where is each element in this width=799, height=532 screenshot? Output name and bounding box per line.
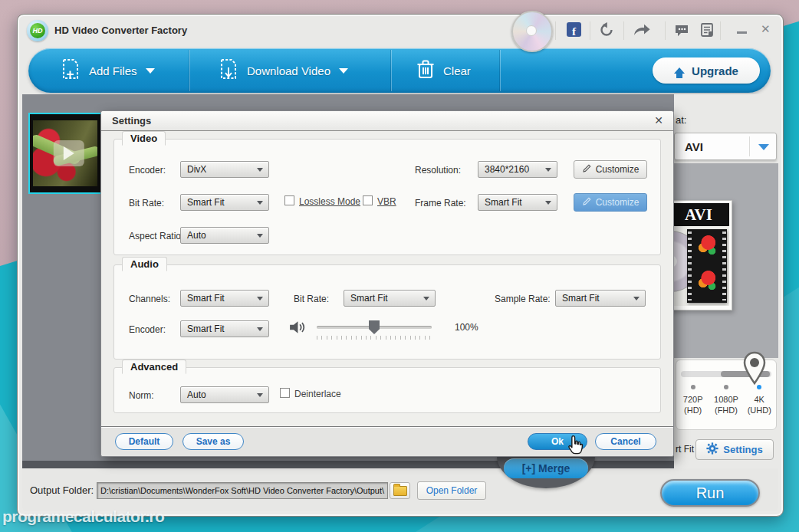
title-bar: HD HD Video Converter Factory f (18, 15, 783, 47)
avi-card-title: AVI (668, 203, 729, 226)
output-settings-button[interactable]: Settings (695, 439, 774, 460)
filmstrip-frame-balloons (693, 268, 721, 300)
audio-samplerate-select[interactable]: Smart Fit (555, 290, 646, 307)
vbr-checkbox[interactable] (363, 195, 373, 205)
audio-encoder-select[interactable]: Smart Fit (180, 320, 269, 337)
video-framerate-select[interactable]: Smart Fit (478, 194, 557, 211)
resolution-option-1080p[interactable]: 1080P (FHD) (709, 385, 742, 415)
video-encoder-select[interactable]: DivX (180, 161, 269, 178)
volume-slider-handle[interactable] (369, 320, 380, 334)
open-folder-button[interactable]: Open Folder (417, 481, 486, 500)
resolution-pin-marker[interactable] (742, 351, 767, 386)
browse-folder-button[interactable] (390, 482, 410, 499)
cd-disc-icon (511, 11, 553, 52)
download-video-button[interactable]: Download Video (219, 48, 348, 93)
cancel-label: Cancel (610, 436, 640, 447)
open-folder-label: Open Folder (426, 485, 478, 496)
resolution-customize-button[interactable]: Customize (574, 160, 647, 179)
audio-encoder-label: Encoder: (129, 324, 166, 335)
vbr-label[interactable]: VBR (377, 196, 396, 207)
toolbar-separator (189, 50, 189, 91)
resolution-option-4k[interactable]: 4K (UHD) (743, 385, 776, 415)
output-format-label-partial: at: (676, 114, 686, 126)
audio-bitrate-select[interactable]: Smart Fit (344, 290, 436, 307)
filmstrip-frame-balloons (693, 232, 721, 264)
volume-slider[interactable] (317, 326, 432, 329)
log-document-icon[interactable] (700, 22, 717, 38)
aspect-ratio-value: Auto (187, 230, 206, 241)
audio-bitrate-label: Bit Rate: (294, 294, 329, 304)
redo-share-icon[interactable] (633, 23, 649, 38)
video-thumbnail[interactable] (28, 113, 102, 194)
default-button[interactable]: Default (115, 433, 173, 450)
chevron-down-icon (758, 144, 769, 150)
dropdown-arrow-icon (257, 327, 263, 331)
dialog-footer: Default Save as Ok Cancel (101, 426, 673, 456)
cancel-button[interactable]: Cancel (595, 433, 656, 450)
save-as-button[interactable]: Save as (182, 433, 244, 450)
output-folder-input[interactable]: D:\cristian\Documents\WonderFox Soft\HD … (97, 482, 388, 499)
speaker-icon (289, 320, 307, 337)
pencil-icon (582, 196, 592, 209)
video-resolution-select[interactable]: 3840*2160 (478, 161, 557, 178)
resolution-option-720p[interactable]: 720P (HD) (676, 385, 709, 415)
titlebar-separator (623, 21, 624, 40)
gear-icon (706, 442, 718, 458)
titlebar-separator (720, 21, 721, 40)
clear-button[interactable]: Clear (416, 48, 471, 93)
audio-channels-select[interactable]: Smart Fit (180, 290, 269, 307)
framerate-label: Frame Rate: (415, 198, 466, 209)
feedback-chat-icon[interactable] (674, 24, 691, 39)
framerate-customize-button[interactable]: Customize (574, 193, 647, 212)
clear-label: Clear (443, 64, 471, 77)
download-video-icon (219, 57, 238, 84)
dialog-close-button[interactable]: ✕ (654, 114, 663, 126)
output-format-select[interactable]: AVI (674, 133, 777, 160)
dropdown-arrow-icon (545, 201, 551, 205)
close-button[interactable]: ✕ (761, 22, 771, 36)
upgrade-label: Upgrade (692, 64, 738, 77)
dialog-header[interactable]: Settings ✕ (101, 111, 673, 131)
run-button[interactable]: Run (660, 479, 760, 507)
output-panel: at: AVI AVI (674, 94, 778, 471)
channels-label: Channels: (129, 294, 170, 304)
resolution-name: 720P (683, 394, 703, 405)
video-thumbnail-image (33, 120, 97, 186)
audio-bitrate-value: Smart Fit (350, 293, 388, 304)
encoder-label: Encoder: (129, 165, 166, 176)
dropdown-arrow-icon (257, 297, 263, 300)
add-files-icon (61, 57, 81, 84)
video-bitrate-value: Smart Fit (187, 197, 225, 208)
titlebar-separator (590, 21, 590, 40)
video-framerate-value: Smart Fit (485, 197, 522, 208)
video-group: Video Encoder: DivX Resolution: 3840*216… (113, 139, 661, 255)
norm-select[interactable]: Auto (180, 386, 269, 403)
minimize-button[interactable] (737, 31, 747, 34)
play-icon (64, 146, 74, 160)
app-logo-hd: HD (30, 23, 45, 38)
merge-tab: [+] Merge (497, 456, 595, 488)
play-overlay-button[interactable] (54, 140, 84, 166)
titlebar-separator (555, 21, 556, 40)
merge-button[interactable]: [+] Merge (504, 458, 588, 478)
chevron-down-icon (146, 68, 155, 74)
lossless-mode-checkbox[interactable] (284, 195, 294, 205)
resolution-tag: (FHD) (715, 405, 738, 415)
dropdown-arrow-icon (545, 168, 551, 172)
resolution-name: 1080P (714, 394, 738, 405)
deinterlace-checkbox[interactable] (280, 388, 290, 398)
lossless-mode-label[interactable]: Lossless Mode (299, 196, 360, 207)
dropdown-arrow-icon (257, 201, 263, 205)
deinterlace-label[interactable]: Deinterlace (294, 389, 341, 399)
facebook-icon[interactable]: f (567, 22, 581, 37)
aspect-ratio-select[interactable]: Auto (180, 227, 269, 244)
output-folder-label: Output Folder: (30, 484, 94, 496)
volume-slider-ticks (317, 336, 432, 340)
window-title: HD Video Converter Factory (54, 25, 187, 36)
video-bitrate-select[interactable]: Smart Fit (180, 194, 269, 211)
undo-icon[interactable] (598, 22, 615, 38)
dropdown-arrow-icon (257, 234, 263, 238)
norm-label: Norm: (129, 390, 154, 401)
upgrade-button[interactable]: Upgrade (653, 57, 760, 84)
add-files-button[interactable]: Add Files (61, 48, 155, 93)
